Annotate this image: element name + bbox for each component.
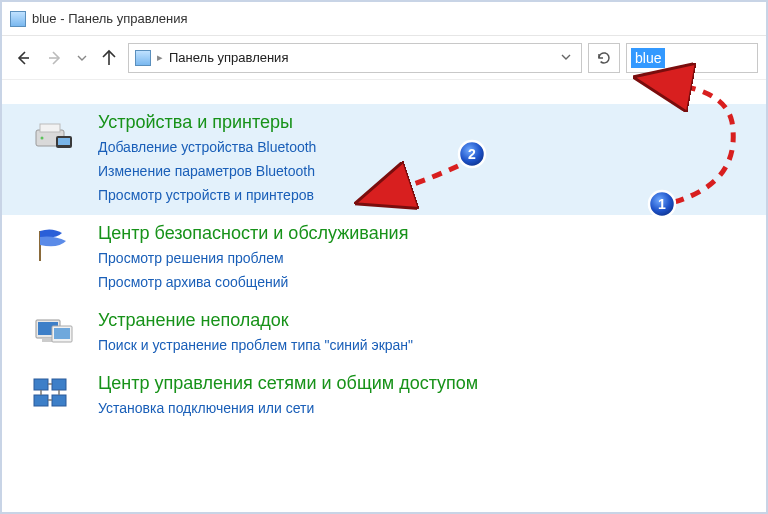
- result-heading: Центр управления сетями и общим доступом: [98, 373, 754, 394]
- svg-rect-16: [52, 395, 66, 406]
- arrow-left-icon: [14, 49, 32, 67]
- security-flag-icon: [32, 225, 76, 265]
- result-devices-printers[interactable]: Устройства и принтеры Добавление устройс…: [2, 104, 766, 215]
- app-icon: [10, 11, 26, 27]
- search-input[interactable]: blue: [626, 43, 758, 73]
- result-link[interactable]: Установка подключения или сети: [98, 396, 754, 420]
- result-heading: Центр безопасности и обслуживания: [98, 223, 754, 244]
- recent-button[interactable]: [74, 45, 90, 71]
- result-security-center[interactable]: Центр безопасности и обслуживания Просмо…: [2, 215, 766, 302]
- refresh-icon: [596, 50, 612, 66]
- svg-rect-13: [34, 379, 48, 390]
- breadcrumb-separator: ▸: [157, 51, 163, 64]
- result-heading: Устройства и принтеры: [98, 112, 754, 133]
- result-link[interactable]: Изменение параметров Bluetooth: [98, 159, 754, 183]
- svg-rect-14: [52, 379, 66, 390]
- svg-rect-4: [40, 124, 60, 132]
- result-network-sharing[interactable]: Центр управления сетями и общим доступом…: [2, 365, 766, 428]
- search-results: Устройства и принтеры Добавление устройс…: [2, 80, 766, 436]
- result-link[interactable]: Просмотр устройств и принтеров: [98, 183, 754, 207]
- svg-rect-12: [54, 328, 70, 339]
- refresh-button[interactable]: [588, 43, 620, 73]
- result-link[interactable]: Просмотр архива сообщений: [98, 270, 754, 294]
- control-panel-icon: [135, 50, 151, 66]
- svg-rect-7: [58, 138, 70, 145]
- result-link[interactable]: Просмотр решения проблем: [98, 246, 754, 270]
- svg-point-5: [41, 137, 44, 140]
- nav-bar: ▸ Панель управления blue: [2, 36, 766, 80]
- forward-button[interactable]: [42, 45, 68, 71]
- search-value: blue: [631, 48, 665, 68]
- arrow-right-icon: [46, 49, 64, 67]
- result-heading: Устранение неполадок: [98, 310, 754, 331]
- devices-printers-icon: [32, 114, 76, 154]
- chevron-down-icon: [77, 53, 87, 63]
- window-title: blue - Панель управления: [32, 11, 188, 26]
- svg-rect-15: [34, 395, 48, 406]
- up-button[interactable]: [96, 45, 122, 71]
- arrow-up-icon: [100, 49, 118, 67]
- result-troubleshoot[interactable]: Устранение неполадок Поиск и устранение …: [2, 302, 766, 365]
- breadcrumb-root[interactable]: Панель управления: [169, 50, 288, 65]
- result-link[interactable]: Поиск и устранение проблем типа "синий э…: [98, 333, 754, 357]
- troubleshoot-icon: [32, 312, 76, 352]
- result-link[interactable]: Добавление устройства Bluetooth: [98, 135, 754, 159]
- address-bar[interactable]: ▸ Панель управления: [128, 43, 582, 73]
- back-button[interactable]: [10, 45, 36, 71]
- network-sharing-icon: [32, 375, 76, 415]
- address-dropdown[interactable]: [557, 52, 575, 64]
- chevron-down-icon: [561, 52, 571, 62]
- title-bar: blue - Панель управления: [2, 2, 766, 36]
